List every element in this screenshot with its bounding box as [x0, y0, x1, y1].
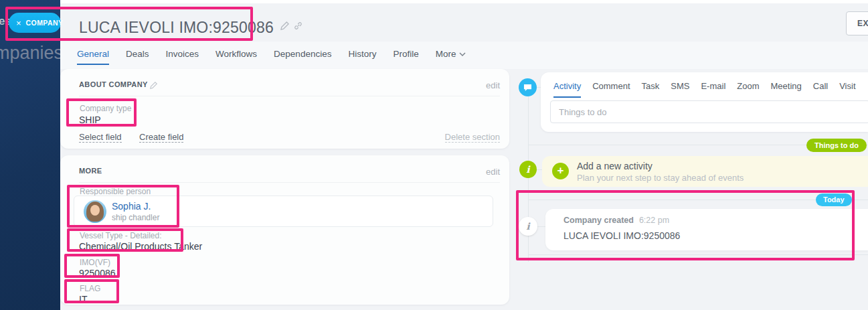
- stream-separator: [528, 254, 868, 255]
- things-to-do-input[interactable]: [550, 100, 868, 123]
- responsible-person-role: ship chandler: [112, 213, 159, 222]
- tl-tab-zoom[interactable]: Zoom: [737, 81, 759, 98]
- divider: [79, 96, 500, 96]
- chat-bubble-icon: [523, 84, 532, 92]
- copy-link-icon[interactable]: [294, 21, 302, 30]
- tl-tab-sms[interactable]: SMS: [671, 81, 689, 98]
- company-type-value[interactable]: SHIP: [79, 114, 101, 125]
- delete-section-link[interactable]: Delete section: [445, 132, 500, 143]
- extensions-button[interactable]: EXTE: [846, 11, 868, 35]
- tab-general[interactable]: General: [77, 49, 109, 65]
- entry-time: 6:22 pm: [639, 216, 669, 225]
- tab-history[interactable]: History: [348, 49, 376, 65]
- top-white-strip: [60, 0, 868, 3]
- vessel-type-value[interactable]: Chemical/Oil Products Tanker: [79, 241, 202, 252]
- chevron-down-icon: [459, 52, 466, 57]
- tl-tab-email[interactable]: E-mail: [701, 81, 725, 98]
- divider: [79, 182, 500, 183]
- tab-dependencies[interactable]: Dependencies: [274, 49, 331, 65]
- entry-title: Company created: [563, 216, 634, 225]
- about-edit-link[interactable]: edit: [486, 80, 500, 90]
- flag-value[interactable]: IT: [79, 294, 87, 305]
- info-green-icon: i: [519, 161, 537, 178]
- close-icon[interactable]: ×: [16, 19, 21, 27]
- flag-label: FLAG: [80, 284, 100, 293]
- add-activity-subtitle: Plan your next step to stay ahead of eve…: [577, 173, 744, 183]
- tl-tab-visit[interactable]: Visit: [839, 81, 855, 98]
- create-field-link[interactable]: Create field: [139, 132, 183, 143]
- today-badge: Today: [816, 193, 852, 206]
- timeline-composer-card: Activity Comment Task SMS E-mail Zoom Me…: [541, 72, 868, 132]
- vessel-type-label: Vessel Type - Detailed:: [80, 231, 162, 240]
- company-created-entry[interactable]: Company created6:22 pm LUCA IEVOLI IMO:9…: [545, 209, 868, 250]
- timeline-tabs: Activity Comment Task SMS E-mail Zoom Me…: [553, 81, 856, 98]
- close-badge-label: COMPANY: [26, 19, 64, 27]
- responsible-person-card[interactable]: Sophia J. ship chandler: [74, 196, 493, 227]
- select-field-link[interactable]: Select field: [79, 132, 122, 143]
- responsible-person-name[interactable]: Sophia J.: [112, 201, 151, 212]
- activity-stream-icon: [519, 78, 537, 96]
- avatar: [84, 200, 106, 223]
- tab-more[interactable]: More: [436, 49, 466, 65]
- tab-deals[interactable]: Deals: [126, 49, 149, 65]
- background-page-overlay: es mpanies☆: [0, 0, 60, 310]
- entry-text: LUCA IEVOLI IMO:9250086: [563, 230, 680, 241]
- tl-tab-task[interactable]: Task: [642, 81, 660, 98]
- tab-invoices[interactable]: Invoices: [166, 49, 199, 65]
- add-activity-title: Add a new activity: [577, 161, 653, 171]
- tl-tab-call[interactable]: Call: [813, 81, 828, 98]
- tl-tab-activity[interactable]: Activity: [553, 81, 581, 98]
- more-heading: MORE: [79, 167, 102, 175]
- tl-tab-comment[interactable]: Comment: [592, 81, 630, 98]
- imo-label: IMO(VF): [80, 258, 110, 267]
- edit-title-pencil-icon[interactable]: [280, 21, 289, 30]
- things-to-do-badge[interactable]: Things to do: [806, 139, 867, 152]
- about-company-section: ABOUT COMPANY edit Company type SHIP Sel…: [60, 69, 509, 149]
- edit-section-pencil-icon[interactable]: [150, 82, 157, 89]
- company-type-label: Company type: [80, 104, 131, 113]
- tab-profile[interactable]: Profile: [393, 49, 418, 65]
- plus-icon[interactable]: +: [552, 163, 569, 179]
- entity-tabs: General Deals Invoices Workflows Depende…: [77, 49, 466, 65]
- more-edit-link[interactable]: edit: [486, 167, 500, 177]
- companies-page-title: mpanies☆: [0, 43, 60, 64]
- close-company-slider-button[interactable]: × COMPANY: [9, 13, 61, 33]
- tl-tab-meeting[interactable]: Meeting: [771, 81, 802, 98]
- responsible-person-label: Responsible person: [80, 187, 151, 196]
- tab-workflows[interactable]: Workflows: [215, 49, 257, 65]
- about-company-heading: ABOUT COMPANY: [79, 80, 157, 89]
- imo-value[interactable]: 9250086: [79, 268, 116, 279]
- company-title: LUCA IEVOLI IMO:9250086: [79, 16, 302, 37]
- add-activity-card[interactable]: + Add a new activity Plan your next step…: [542, 156, 868, 187]
- info-gray-icon: i: [519, 217, 537, 236]
- more-section: MORE edit Responsible person Vessel Type…: [60, 155, 509, 305]
